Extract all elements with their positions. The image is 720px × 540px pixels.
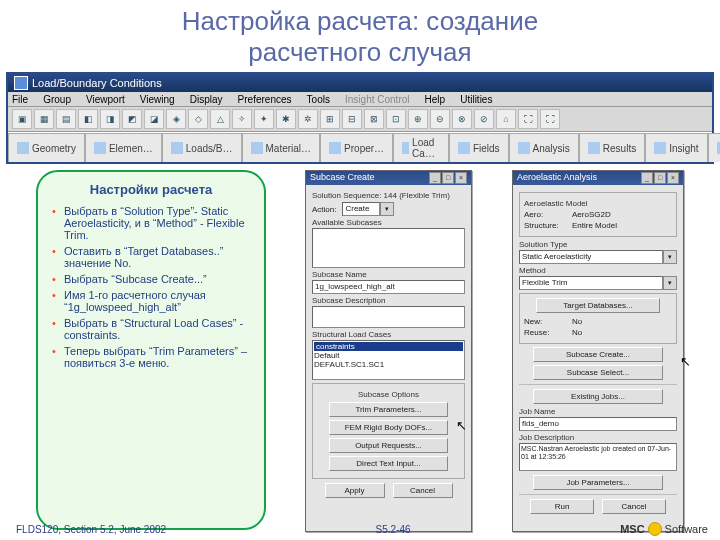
fem-rigid-body-button[interactable]: FEM Rigid Body DOFs... [329,420,448,435]
tab-insight[interactable]: Insight [645,133,707,162]
menu-utilities[interactable]: Utilities [460,94,492,105]
toolbar-row-1: ▣▦▤◧◨◩◪◈◇△✧✦✱✲⊞⊟⊠⊡⊕⊖⊗⊘⌂⛶⛶ [8,107,712,132]
tb-icon[interactable]: ⊗ [452,109,472,129]
job-name-input[interactable]: flds_demo [519,417,677,431]
menu-insight-control: Insight Control [345,94,409,105]
tb-icon[interactable]: ⛶ [518,109,538,129]
min-icon[interactable]: _ [429,172,441,184]
menu-group[interactable]: Group [43,94,71,105]
tb-icon[interactable]: ✧ [232,109,252,129]
job-parameters-button[interactable]: Job Parameters... [533,475,663,490]
cancel-button[interactable]: Cancel [393,483,453,498]
tb-icon[interactable]: ◪ [144,109,164,129]
tab-results[interactable]: Results [579,133,645,162]
existing-jobs-button[interactable]: Existing Jobs... [533,389,663,404]
menu-viewing[interactable]: Viewing [140,94,175,105]
tb-icon[interactable]: ⊞ [320,109,340,129]
tb-icon[interactable]: ⊘ [474,109,494,129]
target-databases-button[interactable]: Target Databases... [536,298,660,313]
max-icon[interactable]: □ [442,172,454,184]
tb-icon[interactable]: ◩ [122,109,142,129]
aeroelastic-analysis-dialog: Aeroelastic Analysis _□× Aeroelastic Mod… [512,170,684,532]
tb-icon[interactable]: ⊖ [430,109,450,129]
slc-selected[interactable]: constraints [314,342,463,351]
subcase-create-button[interactable]: Subcase Create... [533,347,663,362]
reuse-value: No [572,328,582,337]
tb-icon[interactable]: ◨ [100,109,120,129]
tab-icon [94,142,106,154]
method-label: Method [519,266,677,275]
tab-geometry[interactable]: Geometry [8,133,85,162]
tb-icon[interactable]: ✦ [254,109,274,129]
note-item: Оставить в “Target Databases..” значение… [64,245,252,269]
dialog-titlebar[interactable]: Aeroelastic Analysis _□× [513,171,683,185]
tb-icon[interactable]: ◧ [78,109,98,129]
subcase-name-label: Subcase Name [312,270,465,279]
menu-file[interactable]: File [12,94,28,105]
tab-materials[interactable]: Material… [242,133,321,162]
note-item: Выбрать в “Solution Type”- Static Aeroel… [64,205,252,241]
available-subcases-list[interactable] [312,228,465,268]
tab-icon [251,142,263,154]
action-label: Action: [312,205,336,214]
chevron-down-icon[interactable]: ▾ [663,250,677,264]
tb-icon[interactable]: ▦ [34,109,54,129]
tb-icon[interactable]: ▤ [56,109,76,129]
chevron-down-icon[interactable]: ▾ [663,276,677,290]
tb-icon[interactable]: △ [210,109,230,129]
tb-icon[interactable]: ⊡ [386,109,406,129]
tb-icon[interactable]: ✱ [276,109,296,129]
direct-text-input-button[interactable]: Direct Text Input... [329,456,448,471]
tab-loadca[interactable]: Load Ca… [393,133,449,162]
new-value: No [572,317,582,326]
subcase-desc-input[interactable] [312,306,465,328]
tab-properties[interactable]: Proper… [320,133,393,162]
slc-option[interactable]: Default [314,351,463,360]
trim-parameters-button[interactable]: Trim Parameters... [329,402,448,417]
chevron-down-icon[interactable]: ▾ [380,202,394,216]
tab-icon [171,142,183,154]
solution-type-dropdown[interactable]: Static Aeroelasticity▾ [519,250,677,264]
tab-analysis[interactable]: Analysis [509,133,579,162]
apply-button[interactable]: Apply [325,483,385,498]
tb-icon[interactable]: ▣ [12,109,32,129]
tb-icon[interactable]: ⛶ [540,109,560,129]
max-icon[interactable]: □ [654,172,666,184]
close-icon[interactable]: × [455,172,467,184]
run-button[interactable]: Run [530,499,594,514]
tab-loads[interactable]: Loads/B… [162,133,242,162]
solution-sequence: Solution Sequence: 144 (Flexible Trim) [312,191,465,200]
dialog-titlebar[interactable]: Subcase Create _□× [306,171,471,185]
tb-icon[interactable]: ⌂ [496,109,516,129]
tb-icon[interactable]: ⊕ [408,109,428,129]
tab-fields[interactable]: Fields [449,133,509,162]
job-desc-input[interactable]: MSC.Nastran Aeroelastic job created on 0… [519,443,677,471]
new-label: New: [524,317,566,326]
min-icon[interactable]: _ [641,172,653,184]
menu-viewport[interactable]: Viewport [86,94,125,105]
close-icon[interactable]: × [667,172,679,184]
slide-body: Настройки расчета Выбрать в “Solution Ty… [0,170,720,540]
tb-icon[interactable]: ⊠ [364,109,384,129]
menu-tools[interactable]: Tools [307,94,330,105]
menu-display[interactable]: Display [190,94,223,105]
tb-icon[interactable]: ◈ [166,109,186,129]
subcase-name-input[interactable]: 1g_lowspeed_high_alt [312,280,465,294]
cancel-button[interactable]: Cancel [602,499,666,514]
tb-icon[interactable]: ◇ [188,109,208,129]
tab-xyplot[interactable]: XY Plot [708,133,720,162]
method-dropdown[interactable]: Flexible Trim▾ [519,276,677,290]
tb-icon[interactable]: ✲ [298,109,318,129]
menu-help[interactable]: Help [425,94,446,105]
action-dropdown[interactable]: Create▾ [342,202,394,216]
tb-icon[interactable]: ⊟ [342,109,362,129]
subcase-select-button[interactable]: Subcase Select... [533,365,663,380]
target-db-group: Target Databases... New:No Reuse:No [519,293,677,344]
menu-bar[interactable]: File Group Viewport Viewing Display Pref… [8,92,712,107]
output-requests-button[interactable]: Output Requests... [329,438,448,453]
menu-preferences[interactable]: Preferences [238,94,292,105]
slc-option[interactable]: DEFAULT.SC1.SC1 [314,360,463,369]
slc-list[interactable]: constraints Default DEFAULT.SC1.SC1 [312,340,465,380]
structure-value: Entire Model [572,221,617,230]
tab-elements[interactable]: Elemen… [85,133,162,162]
